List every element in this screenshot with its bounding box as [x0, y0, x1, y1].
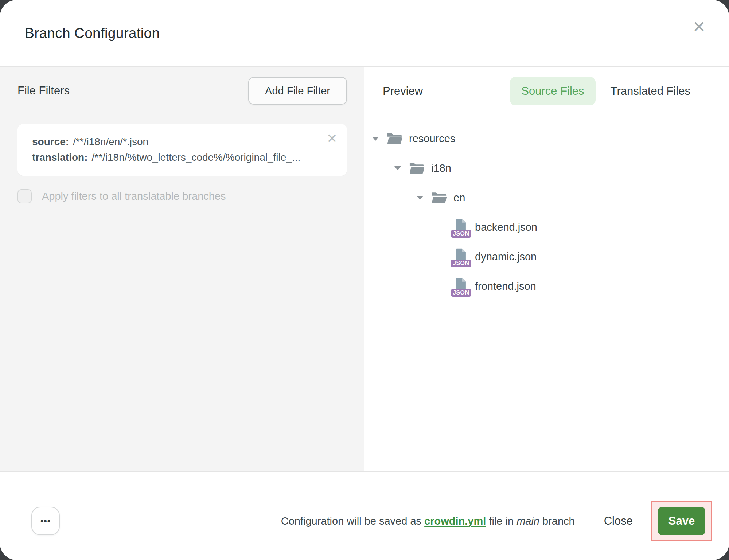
save-location-note: Configuration will be saved as crowdin.y… [281, 515, 575, 527]
close-button[interactable]: Close [600, 507, 636, 535]
json-badge: JSON [451, 260, 471, 267]
file-tree: resources i18n en [364, 124, 729, 301]
file-filter-card[interactable]: source:/**/i18n/en/*.json translation:/*… [17, 124, 347, 176]
save-button[interactable]: Save [658, 507, 705, 535]
apply-filters-checkbox[interactable] [17, 189, 32, 203]
folder-icon [409, 162, 425, 175]
close-icon[interactable]: ✕ [688, 16, 710, 38]
remove-filter-icon[interactable]: ✕ [327, 132, 338, 145]
filter-translation-value: /**/i18n/%two_letters_code%/%original_fi… [91, 152, 300, 163]
tree-item-label: en [453, 192, 465, 204]
file-filters-header: File Filters Add File Filter [0, 67, 364, 115]
more-options-button[interactable]: ••• [31, 507, 60, 535]
file-filters-panel: File Filters Add File Filter source:/**/… [0, 67, 364, 471]
folder-icon [431, 191, 447, 204]
apply-filters-row[interactable]: Apply filters to all translatable branch… [17, 189, 347, 203]
branch-configuration-dialog: Branch Configuration ✕ File Filters Add … [0, 0, 729, 560]
tree-item-label: frontend.json [475, 280, 536, 292]
preview-heading: Preview [383, 85, 423, 98]
chevron-down-icon[interactable] [394, 166, 401, 170]
filter-translation-label: translation: [32, 152, 87, 163]
branch-name: main [516, 515, 539, 527]
tree-item-label: i18n [431, 162, 451, 174]
tree-item-backend-json[interactable]: JSON backend.json [364, 213, 729, 242]
crowdin-yml-link[interactable]: crowdin.yml [424, 515, 486, 527]
dialog-body: File Filters Add File Filter source:/**/… [0, 67, 729, 471]
dialog-header: Branch Configuration ✕ [0, 0, 729, 67]
tree-item-resources[interactable]: resources [364, 124, 729, 153]
note-prefix: Configuration will be saved as [281, 515, 424, 527]
chevron-down-icon[interactable] [417, 196, 423, 200]
preview-tabs: Source Files Translated Files [510, 77, 702, 105]
tree-item-label: dynamic.json [475, 251, 537, 263]
chevron-down-icon[interactable] [372, 137, 379, 141]
json-file-icon: JSON [453, 277, 468, 296]
preview-panel: Preview Source Files Translated Files re… [364, 67, 729, 471]
note-suffix: branch [539, 515, 575, 527]
tree-item-label: backend.json [475, 221, 537, 233]
tree-item-dynamic-json[interactable]: JSON dynamic.json [364, 242, 729, 272]
tree-item-en[interactable]: en [364, 183, 729, 213]
json-badge: JSON [451, 230, 471, 238]
file-filters-list: source:/**/i18n/en/*.json translation:/*… [0, 115, 364, 203]
filter-source-line: source:/**/i18n/en/*.json [32, 134, 332, 149]
folder-icon [386, 132, 402, 145]
page-title: Branch Configuration [25, 25, 160, 41]
tab-translated-files[interactable]: Translated Files [599, 77, 702, 105]
tree-item-frontend-json[interactable]: JSON frontend.json [364, 272, 729, 301]
add-file-filter-button[interactable]: Add File Filter [248, 77, 347, 105]
filter-source-value: /**/i18n/en/*.json [73, 136, 148, 147]
filter-translation-line: translation:/**/i18n/%two_letters_code%/… [32, 149, 332, 165]
json-badge: JSON [451, 289, 471, 297]
save-button-highlight: Save [651, 501, 712, 541]
json-file-icon: JSON [453, 218, 468, 237]
tab-source-files[interactable]: Source Files [510, 77, 595, 105]
json-file-icon: JSON [453, 248, 468, 267]
tree-item-i18n[interactable]: i18n [364, 153, 729, 183]
file-filters-heading: File Filters [17, 84, 70, 97]
tree-item-label: resources [409, 133, 455, 145]
apply-filters-label: Apply filters to all translatable branch… [42, 190, 226, 202]
filter-source-label: source: [32, 136, 69, 147]
preview-header: Preview Source Files Translated Files [364, 67, 729, 115]
dialog-footer: ••• Configuration will be saved as crowd… [0, 471, 729, 560]
note-middle: file in [486, 515, 516, 527]
